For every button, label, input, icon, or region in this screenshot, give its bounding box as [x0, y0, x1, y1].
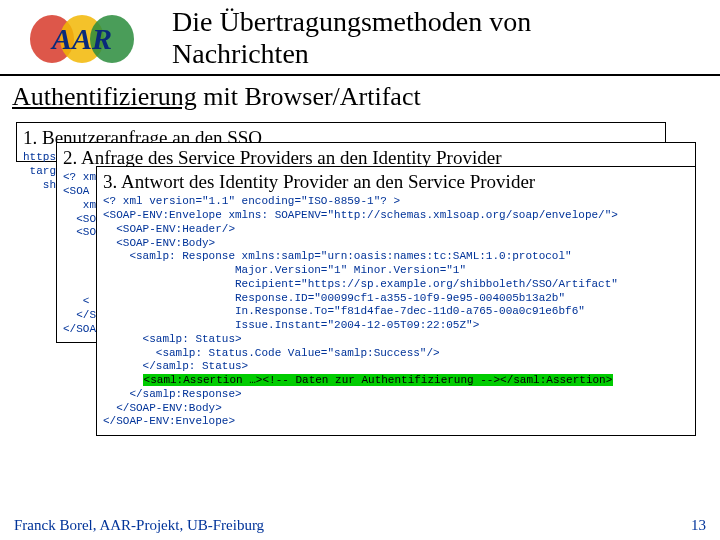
card-step-3: 3. Antwort des Identity Provider an den …: [96, 166, 696, 436]
card-3-title: 3. Antwort des Identity Provider an den …: [103, 171, 689, 193]
aar-logo: AAR: [12, 11, 152, 66]
card-3-code: <? xml version="1.1" encoding="ISO-8859-…: [103, 195, 689, 429]
slide-subtitle: Authentifizierung mit Browser/Artifact: [0, 76, 720, 116]
highlighted-assertion: <saml:Assertion …><!-- Daten zur Authent…: [143, 374, 614, 386]
content-stage: 1. Benutzeranfrage an den SSO https: tar…: [16, 122, 704, 502]
logo-text: AAR: [50, 22, 112, 55]
slide-title: Die Übertragungsmethoden von Nachrichten: [172, 6, 531, 70]
slide-header: AAR Die Übertragungsmethoden von Nachric…: [0, 0, 720, 76]
page-number: 13: [691, 517, 706, 534]
footer-author: Franck Borel, AAR-Projekt, UB-Freiburg: [14, 517, 264, 534]
slide-footer: Franck Borel, AAR-Projekt, UB-Freiburg 1…: [0, 517, 720, 534]
